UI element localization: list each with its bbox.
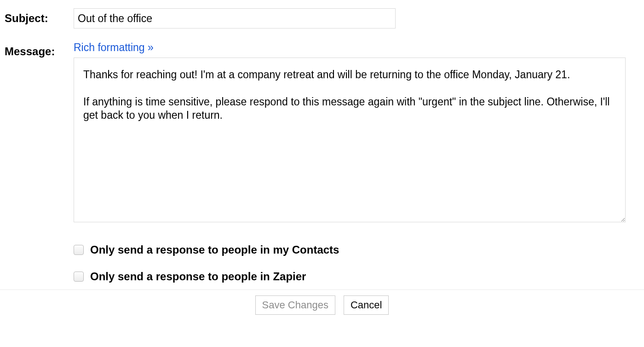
message-textarea[interactable]: [74, 58, 626, 222]
only-org-checkbox[interactable]: [74, 272, 84, 282]
save-changes-button[interactable]: Save Changes: [255, 295, 335, 315]
footer-actions: Save Changes Cancel: [0, 289, 644, 315]
option-only-org: Only send a response to people in Zapier: [74, 270, 639, 283]
only-contacts-checkbox[interactable]: [74, 245, 84, 255]
only-org-label[interactable]: Only send a response to people in Zapier: [90, 270, 306, 283]
only-contacts-label[interactable]: Only send a response to people in my Con…: [90, 243, 339, 256]
message-row: Message: Rich formatting »: [5, 41, 639, 224]
subject-label: Subject:: [5, 8, 74, 25]
subject-row: Subject:: [5, 8, 639, 29]
rich-formatting-link[interactable]: Rich formatting »: [74, 41, 154, 54]
message-label: Message:: [5, 41, 74, 58]
option-only-contacts: Only send a response to people in my Con…: [74, 243, 639, 256]
options-group: Only send a response to people in my Con…: [5, 243, 639, 283]
subject-input[interactable]: [74, 8, 396, 29]
cancel-button[interactable]: Cancel: [344, 295, 389, 315]
